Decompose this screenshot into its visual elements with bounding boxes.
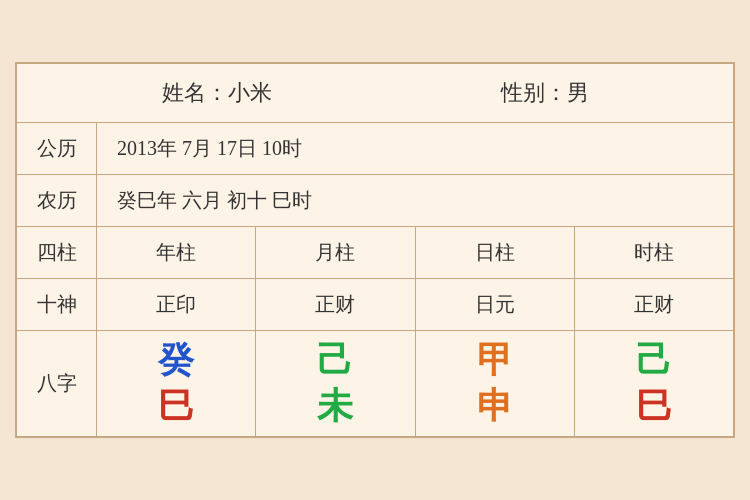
sizhu-col-1: 月柱 <box>256 227 415 278</box>
bazhi-0-bottom: 巳 <box>158 387 194 427</box>
bazhi-2-top: 甲 <box>477 341 513 381</box>
shishen-row: 十神 正印 正财 日元 正财 <box>17 279 733 331</box>
gregorian-row: 公历 2013年 7月 17日 10时 <box>17 123 733 175</box>
sizhu-col-0: 年柱 <box>97 227 256 278</box>
bazhi-0-top: 癸 <box>158 341 194 381</box>
shishen-col-1: 正财 <box>256 279 415 330</box>
sizhu-label: 四柱 <box>17 227 97 278</box>
bazhi-col-1: 己 未 <box>256 331 415 436</box>
sizhu-row: 四柱 年柱 月柱 日柱 时柱 <box>17 227 733 279</box>
bazhi-3-bottom: 巳 <box>636 387 672 427</box>
sizhu-cols: 年柱 月柱 日柱 时柱 <box>97 227 733 278</box>
main-container: 姓名：小米 性别：男 公历 2013年 7月 17日 10时 农历 癸巳年 六月… <box>15 62 735 438</box>
lunar-value: 癸巳年 六月 初十 巳时 <box>97 177 733 224</box>
gregorian-value: 2013年 7月 17日 10时 <box>97 125 733 172</box>
bazhi-1-top: 己 <box>317 341 353 381</box>
bazhi-col-3: 己 巳 <box>575 331 733 436</box>
bazhi-row: 八字 癸 巳 己 未 甲 申 己 巳 <box>17 331 733 436</box>
shishen-col-2: 日元 <box>416 279 575 330</box>
bazhi-label: 八字 <box>17 331 97 436</box>
bazhi-col-0: 癸 巳 <box>97 331 256 436</box>
bazhi-1-bottom: 未 <box>317 387 353 427</box>
bazhi-col-2: 甲 申 <box>416 331 575 436</box>
shishen-cols: 正印 正财 日元 正财 <box>97 279 733 330</box>
gregorian-label: 公历 <box>17 123 97 174</box>
sizhu-col-3: 时柱 <box>575 227 733 278</box>
header-row: 姓名：小米 性别：男 <box>17 64 733 123</box>
sizhu-col-2: 日柱 <box>416 227 575 278</box>
lunar-row: 农历 癸巳年 六月 初十 巳时 <box>17 175 733 227</box>
bazhi-cols: 癸 巳 己 未 甲 申 己 巳 <box>97 331 733 436</box>
lunar-label: 农历 <box>17 175 97 226</box>
bazhi-3-top: 己 <box>636 341 672 381</box>
name-label: 姓名：小米 <box>162 78 272 108</box>
shishen-col-3: 正财 <box>575 279 733 330</box>
shishen-col-0: 正印 <box>97 279 256 330</box>
gender-label: 性别：男 <box>501 78 589 108</box>
bazhi-2-bottom: 申 <box>477 387 513 427</box>
shishen-label: 十神 <box>17 279 97 330</box>
